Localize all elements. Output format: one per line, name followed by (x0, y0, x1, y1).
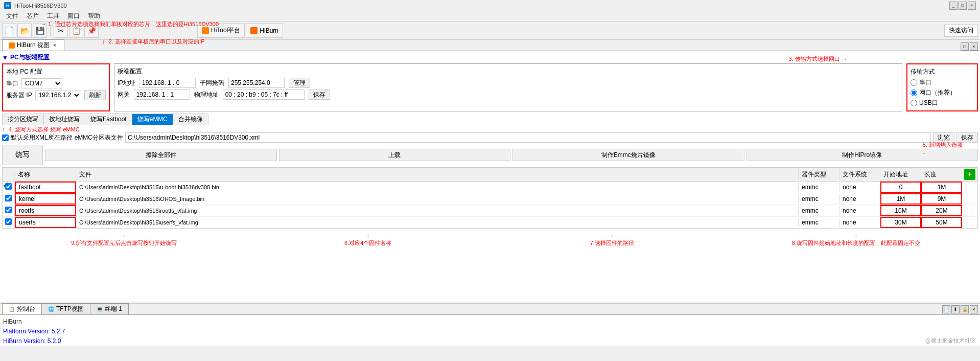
radio-serial[interactable]: 串口 (911, 78, 974, 87)
console-hiburn-version: HiBurn Version: 5.2.0 (3, 336, 977, 346)
row1-length: 1M (921, 182, 962, 193)
xml-checkbox[interactable] (2, 134, 9, 141)
xml-checkbox-label[interactable]: 默认采用XML所在路径 (2, 133, 73, 142)
tab-fastboot[interactable]: 烧写Fastboot (85, 114, 132, 125)
expand-icon[interactable]: ▼ (2, 54, 8, 61)
row2-fs: none (839, 194, 880, 204)
tab-close2-btn[interactable]: × (970, 42, 978, 51)
burn-btn-label: 烧写 (15, 150, 30, 159)
row1-file: C:\Users\admin\Desktop\hi3516\u-boot-hi3… (76, 183, 799, 191)
menu-window[interactable]: 窗口 (63, 11, 84, 21)
col-name-header: 名称 (15, 169, 76, 180)
erase-btn[interactable]: 擦除全部件 (45, 149, 277, 161)
menu-tools[interactable]: 工具 (43, 11, 63, 21)
col-file-header: 文件 (76, 169, 799, 180)
toolbar-open[interactable]: 📂 (17, 24, 32, 38)
mac-input[interactable] (223, 89, 305, 100)
subnet-label: 子网掩码 (200, 79, 224, 87)
table-header: 名称 文件 器件类型 文件系统 开始地址 长度 + (3, 168, 977, 182)
menu-chip[interactable]: 芯片 (22, 11, 43, 21)
refresh-btn[interactable]: 刷新 (84, 90, 106, 100)
manage-btn[interactable]: 管理 (289, 78, 310, 88)
table-row: fastboot C:\Users\admin\Desktop\hi3516\u… (3, 182, 977, 193)
toolbar-new[interactable]: 📄 (2, 24, 16, 38)
tab-emmc[interactable]: 烧写eMMC (132, 114, 173, 125)
quick-access-label: 快速访问 (949, 27, 973, 34)
watermark: @稀土掘金技术社区 (925, 337, 976, 345)
emmc-file-path[interactable] (125, 132, 931, 143)
console-icon3[interactable]: 🔒 (961, 305, 969, 313)
col-start-header: 开始地址 (880, 169, 921, 180)
tab-addr-burn[interactable]: 按地址烧写 (44, 114, 85, 125)
minimize-button[interactable]: _ (949, 2, 958, 10)
row1-fs: none (839, 183, 880, 192)
hiburn-tab[interactable]: HiBurn 视图 × (2, 39, 64, 51)
gateway-label: 网关 (118, 91, 130, 99)
com-select[interactable]: COM7 (21, 78, 62, 88)
col-len-header: 长度 (921, 169, 962, 180)
row3-file: C:\Users\admin\Desktop\hi3516\rootfs_vfa… (76, 207, 799, 215)
add-item-btn[interactable]: + (964, 169, 975, 180)
hiburn-btn[interactable]: HiBurn (246, 24, 283, 38)
annotation8: 8.烧写固件起始地址和长度的配置，此配置固定不变 (792, 240, 920, 246)
radio-usb[interactable]: USB口 (911, 99, 974, 107)
title-bar-controls: _ □ × (949, 2, 976, 10)
quick-access-btn[interactable]: 快速访问 (944, 25, 978, 37)
console-icon2[interactable]: ⬇ (951, 305, 960, 313)
tab-partition-burn[interactable]: 按分区烧写 (2, 114, 44, 125)
row4-file: C:\Users\admin\Desktop\hi3516\userfs_vfa… (76, 218, 799, 227)
annotation6: 6.对应4个固件名称 (344, 240, 391, 246)
console-icon4[interactable]: × (970, 305, 978, 313)
burn-btn[interactable]: 烧写 (2, 145, 43, 165)
tab-merge[interactable]: 合并镜像 (173, 114, 208, 125)
row2-length: 9M (921, 193, 962, 205)
row3-length: 20M (921, 205, 962, 216)
make-emmc-label: 制作Emmc烧片镜像 (601, 151, 656, 159)
row4-start: 30M (880, 217, 921, 228)
ip-input[interactable] (139, 78, 196, 88)
table-row: userfs C:\Users\admin\Desktop\hi3516\use… (3, 217, 977, 229)
row1-type: emmc (799, 183, 839, 192)
row2-start: 1M (880, 193, 921, 205)
pc-board-config-title: PC与板端配置 (10, 53, 50, 62)
local-pc-title: 本地 PC 配置 (6, 67, 106, 76)
annotation4: 4. 烧写方式选择 烧写 eMMC (9, 126, 80, 132)
terminal-tab[interactable]: 💻 终端 1 (90, 303, 129, 314)
mac-label: 物理地址 (194, 91, 219, 99)
transfer-title: 传输方式 (911, 67, 974, 76)
tftp-tab[interactable]: 🌐 TFTP视图 (42, 303, 90, 314)
ip-label: IP地址 (118, 79, 135, 87)
row4-type: emmc (799, 218, 839, 227)
board-config-title: 板端配置 (118, 67, 899, 76)
subnet-input[interactable] (228, 78, 285, 88)
radio-network[interactable]: 网口（推荐） (911, 88, 974, 97)
row2-checkbox[interactable] (5, 195, 12, 201)
col-type-header: 器件类型 (799, 169, 839, 180)
gateway-input[interactable] (134, 89, 190, 100)
make-emmc-btn[interactable]: 制作Emmc烧片镜像 (512, 149, 744, 161)
server-ip-label: 服务器 IP (6, 91, 32, 100)
annotation9: 9.所有文件配置完后点击烧写按钮开始烧写 (71, 240, 177, 246)
row1-name: fastboot (15, 182, 76, 193)
row3-checkbox[interactable] (5, 207, 12, 213)
maximize-button[interactable]: □ (959, 2, 967, 10)
row2-file: C:\Users\admin\Desktop\hi3516\OHOS_Image… (76, 195, 799, 203)
menu-help[interactable]: 帮助 (84, 11, 104, 21)
upload-btn[interactable]: 上载 (279, 149, 511, 161)
console-icon1[interactable]: 📄 (942, 305, 950, 313)
row3-fs: none (839, 206, 880, 215)
tab-close-btn[interactable]: × (52, 42, 58, 49)
server-ip-select[interactable]: 192.168.1.2 (35, 90, 81, 100)
hiburn-tab-label: HiBurn 视图 (17, 41, 50, 50)
upload-label: 上载 (388, 151, 401, 159)
row4-name: userfs (15, 217, 76, 228)
menu-file[interactable]: 文件 (2, 11, 22, 21)
table-row: kernel C:\Users\admin\Desktop\hi3516\OHO… (3, 193, 977, 205)
tab-restore-btn[interactable]: □ (961, 42, 969, 51)
close-button[interactable]: × (968, 2, 976, 10)
row4-checkbox[interactable] (5, 218, 12, 225)
console-tab[interactable]: 📋 控制台 (2, 303, 42, 314)
annotation3: 3. 传输方式选择网口 (788, 56, 839, 62)
board-save-btn[interactable]: 保存 (309, 89, 330, 100)
emmc-table-label: eMMC分区表文件 (75, 133, 123, 142)
